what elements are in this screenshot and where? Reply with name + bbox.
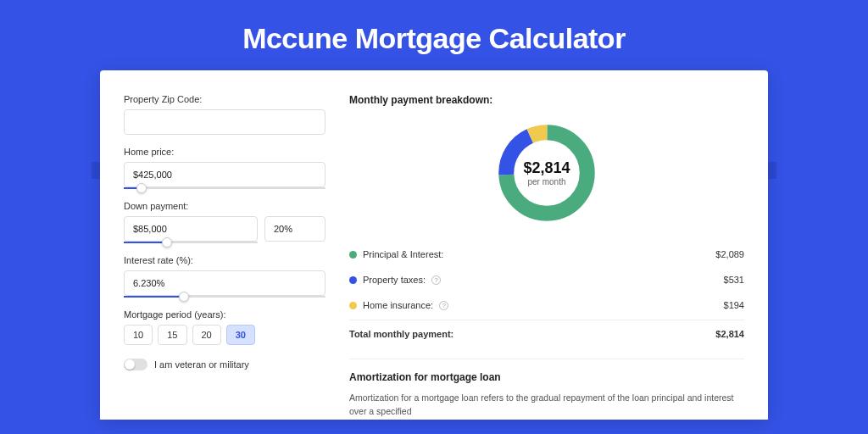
period-field-group: Mortgage period (years): 10 15 20 30 <box>124 309 326 345</box>
legend-row-total: Total monthly payment: $2,814 <box>349 320 744 347</box>
donut-sub: per month <box>523 177 570 186</box>
period-btn-20[interactable]: 20 <box>192 325 221 345</box>
home-price-label: Home price: <box>124 147 326 157</box>
breakdown-title: Monthly payment breakdown: <box>349 94 744 106</box>
legend-row-taxes: Property taxes: ? $531 <box>349 267 744 292</box>
veteran-toggle-row: I am veteran or military <box>124 359 326 370</box>
interest-rate-label: Interest rate (%): <box>124 255 326 265</box>
info-icon[interactable]: ? <box>431 275 441 285</box>
slider-thumb[interactable] <box>136 183 147 193</box>
period-btn-30[interactable]: 30 <box>226 325 255 345</box>
legend-total-value: $2,814 <box>715 329 744 339</box>
legend-row-principal: Principal & Interest: $2,089 <box>349 242 744 267</box>
calculator-panel: Property Zip Code: Home price: Down paym… <box>100 70 768 420</box>
down-payment-slider[interactable] <box>124 242 258 243</box>
period-btn-15[interactable]: 15 <box>158 325 186 345</box>
toggle-knob <box>125 359 135 370</box>
down-payment-label: Down payment: <box>124 201 326 211</box>
amortization-section: Amortization for mortgage loan Amortizat… <box>349 359 744 419</box>
home-price-slider[interactable] <box>124 187 326 189</box>
home-price-input[interactable] <box>124 162 326 187</box>
down-payment-pct-input[interactable] <box>264 216 326 242</box>
donut-amount: $2,814 <box>523 159 570 177</box>
donut-chart: $2,814 per month <box>493 120 600 226</box>
form-column: Property Zip Code: Home price: Down paym… <box>124 94 326 420</box>
interest-rate-slider[interactable] <box>124 296 326 298</box>
breakdown-column: Monthly payment breakdown: $2,814 per mo… <box>349 94 744 420</box>
slider-thumb[interactable] <box>162 237 172 248</box>
down-payment-field-group: Down payment: <box>124 201 326 243</box>
veteran-toggle[interactable] <box>124 359 147 370</box>
down-payment-input[interactable] <box>124 216 258 242</box>
dot-icon <box>349 302 357 309</box>
legend-value: $194 <box>724 300 744 310</box>
legend-label: Property taxes: <box>363 275 426 285</box>
legend-total-label: Total monthly payment: <box>349 329 453 339</box>
home-price-field-group: Home price: <box>124 147 326 189</box>
interest-rate-field-group: Interest rate (%): <box>124 255 326 298</box>
legend-label: Principal & Interest: <box>363 249 443 259</box>
veteran-label: I am veteran or military <box>154 359 249 370</box>
legend-value: $531 <box>724 275 744 285</box>
legend-label: Home insurance: <box>363 300 433 310</box>
zip-label: Property Zip Code: <box>124 94 326 104</box>
period-label: Mortgage period (years): <box>124 309 326 320</box>
interest-rate-input[interactable] <box>124 270 326 296</box>
donut-center: $2,814 per month <box>523 159 570 186</box>
page-title: Mccune Mortgage Calculator <box>0 0 868 70</box>
info-icon[interactable]: ? <box>439 301 448 310</box>
amortization-title: Amortization for mortgage loan <box>349 371 744 383</box>
slider-thumb[interactable] <box>179 292 189 302</box>
zip-field-group: Property Zip Code: <box>124 94 326 135</box>
dot-icon <box>349 276 357 284</box>
donut-chart-wrap: $2,814 per month <box>349 116 744 242</box>
amortization-text: Amortization for a mortgage loan refers … <box>349 392 744 419</box>
zip-input[interactable] <box>124 109 326 135</box>
dot-icon <box>349 251 357 259</box>
legend-value: $2,089 <box>715 249 744 259</box>
legend-row-insurance: Home insurance: ? $194 <box>349 292 744 318</box>
period-options: 10 15 20 30 <box>124 325 326 345</box>
period-btn-10[interactable]: 10 <box>124 325 153 345</box>
